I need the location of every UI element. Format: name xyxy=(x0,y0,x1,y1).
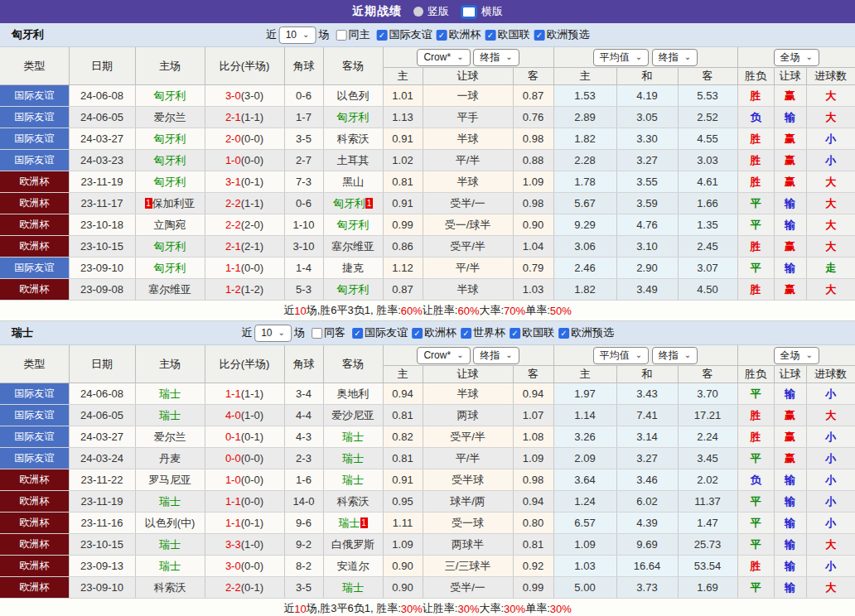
result-winloss: 胜 xyxy=(737,556,774,577)
avg-source-select[interactable]: 平均值⌄ xyxy=(593,49,649,66)
corner-count: 3-5 xyxy=(296,132,312,145)
result-winloss: 负 xyxy=(737,469,774,491)
avg-away-odds: 11.37 xyxy=(678,491,737,513)
avg-away-odds-value: 1.69 xyxy=(697,581,717,594)
half-time-score: (0-0) xyxy=(241,262,263,274)
crow-home-odds: 0.81 xyxy=(383,405,423,426)
odds-source-select[interactable]: Crow*⌄ xyxy=(417,347,470,364)
avg-away-odds-value: 5.53 xyxy=(697,89,717,102)
full-match-select[interactable]: 全场⌄ xyxy=(774,347,819,364)
checkbox-checked-icon[interactable]: ✓ xyxy=(436,30,447,41)
checkbox-checked-icon[interactable]: ✓ xyxy=(376,30,387,41)
same-venue-checkbox[interactable]: 同主 xyxy=(336,27,370,42)
result-goals: 小 xyxy=(806,383,855,405)
match-row: 欧洲杯23-11-171保加利亚2-2(1-1)0-6匈牙利10.91受半/一0… xyxy=(0,193,855,214)
avg-away-odds: 1.66 xyxy=(678,193,737,214)
competition-checkbox[interactable]: ✓欧洲预选 xyxy=(534,27,589,42)
avg-final-select[interactable]: 终指⌄ xyxy=(652,347,698,364)
competition-label: 欧洲预选 xyxy=(546,27,589,42)
avg-final-select[interactable]: 终指⌄ xyxy=(652,49,698,66)
odds-source-select[interactable]: Crow*⌄ xyxy=(417,49,470,66)
result-goals: 大 xyxy=(806,107,855,128)
checkbox-checked-icon[interactable]: ✓ xyxy=(534,30,544,41)
same-venue-checkbox[interactable]: 同客 xyxy=(312,325,345,340)
crow-away-odds-value: 1.07 xyxy=(523,409,543,421)
crow-away-odds-value: 0.76 xyxy=(523,111,543,123)
checkbox-checked-icon[interactable]: ✓ xyxy=(412,328,423,339)
avg-source-select[interactable]: 平均值⌄ xyxy=(593,347,649,364)
final-odds-select[interactable]: 终指⌄ xyxy=(473,347,519,364)
half-time-score: (0-0) xyxy=(241,495,263,508)
result-goals-value: 大 xyxy=(825,197,836,209)
full-match-select[interactable]: 全场⌄ xyxy=(774,49,819,66)
corner-cell: 3-4 xyxy=(284,383,323,405)
radio-selected-icon[interactable] xyxy=(461,5,477,19)
match-type-cell: 欧洲杯 xyxy=(0,171,69,193)
result-winloss-value: 平 xyxy=(751,197,761,209)
team-name: 瑞士 xyxy=(12,325,33,340)
avg-away-odds-value: 4.50 xyxy=(697,283,717,296)
checkbox-checked-icon[interactable]: ✓ xyxy=(485,30,495,41)
competition-checkbox[interactable]: ✓欧洲预选 xyxy=(558,325,614,340)
full-time-score: 3-0 xyxy=(225,89,241,102)
layout-radio-horizontal[interactable]: 横版 xyxy=(461,4,503,19)
crow-handicap-value: 平/半 xyxy=(456,154,481,166)
avg-draw-odds-value: 3.27 xyxy=(636,452,657,464)
avg-home-odds: 2.89 xyxy=(553,107,616,128)
avg-away-odds-value: 2.02 xyxy=(697,474,717,486)
col-corner: 角球 xyxy=(284,47,323,85)
crow-handicap-value: 一球 xyxy=(457,89,479,102)
home-team-cell: 以色列(中) xyxy=(135,513,205,534)
competition-checkbox[interactable]: ✓世界杯 xyxy=(461,325,505,340)
full-time-score: 1-1 xyxy=(225,262,241,274)
home-team-name: 瑞士 xyxy=(159,495,181,508)
home-team-name: 爱尔兰 xyxy=(154,431,186,443)
checkbox-checked-icon[interactable]: ✓ xyxy=(352,328,363,339)
competition-checkbox[interactable]: ✓欧国联 xyxy=(485,27,529,42)
match-date-cell: 23-11-22 xyxy=(69,469,135,491)
match-count-select[interactable]: 10 ⌄ xyxy=(254,325,292,342)
avg-away-odds-value: 4.61 xyxy=(697,176,717,188)
match-count-select[interactable]: 10 ⌄ xyxy=(279,26,316,44)
match-type-cell: 欧洲杯 xyxy=(0,236,69,257)
avg-home-odds-value: 1.14 xyxy=(574,409,595,421)
crow-home-odds-value: 0.81 xyxy=(392,452,413,464)
checkbox-unchecked-icon[interactable] xyxy=(312,328,322,339)
crow-home-odds-value: 1.09 xyxy=(392,538,413,551)
sub-col-header: 主 xyxy=(553,68,616,85)
competition-checkbox[interactable]: ✓国际友谊 xyxy=(352,325,408,340)
result-goals-value: 大 xyxy=(825,283,836,296)
crow-away-odds-value: 0.79 xyxy=(523,262,543,274)
full-time-score: 1-1 xyxy=(225,495,241,508)
checkbox-checked-icon[interactable]: ✓ xyxy=(558,328,569,339)
match-type-badge: 欧洲杯 xyxy=(0,556,69,576)
checkbox-unchecked-icon[interactable] xyxy=(336,30,346,41)
crow-handicap: 三/三球半 xyxy=(423,556,513,577)
radio-unselected-icon[interactable] xyxy=(413,7,423,17)
crow-away-odds-value: 1.09 xyxy=(523,176,543,188)
score-cell: 2-1(1-1) xyxy=(205,107,284,128)
match-date-cell: 23-09-10 xyxy=(69,257,135,279)
layout-radio-vertical[interactable]: 竖版 xyxy=(413,4,449,19)
result-handicap-value: 赢 xyxy=(785,240,795,253)
crow-home-odds-value: 1.13 xyxy=(392,111,413,123)
crow-away-odds: 0.94 xyxy=(513,383,553,405)
match-count-value: 10 xyxy=(261,326,272,340)
away-team-cell: 瑞士1 xyxy=(323,513,383,534)
col-corner: 角球 xyxy=(284,345,323,383)
competition-checkbox[interactable]: ✓欧国联 xyxy=(510,325,554,340)
checkbox-checked-icon[interactable]: ✓ xyxy=(510,328,520,339)
avg-home-odds-value: 2.89 xyxy=(574,111,595,123)
checkbox-checked-icon[interactable]: ✓ xyxy=(461,328,471,339)
competition-checkbox[interactable]: ✓欧洲杯 xyxy=(412,325,456,340)
match-count-value: 10 xyxy=(286,28,297,42)
away-team-cell: 匈牙利1 xyxy=(323,193,383,214)
competition-checkbox[interactable]: ✓国际友谊 xyxy=(376,27,432,42)
match-date-cell: 24-06-05 xyxy=(69,405,135,426)
final-odds-select[interactable]: 终指⌄ xyxy=(473,49,519,66)
competition-checkbox[interactable]: ✓欧洲杯 xyxy=(436,27,481,42)
avg-draw-odds: 4.76 xyxy=(616,214,678,236)
corner-cell: 8-2 xyxy=(284,556,323,577)
summary-text-segment: 60% xyxy=(457,305,479,317)
result-winloss: 平 xyxy=(737,193,774,214)
